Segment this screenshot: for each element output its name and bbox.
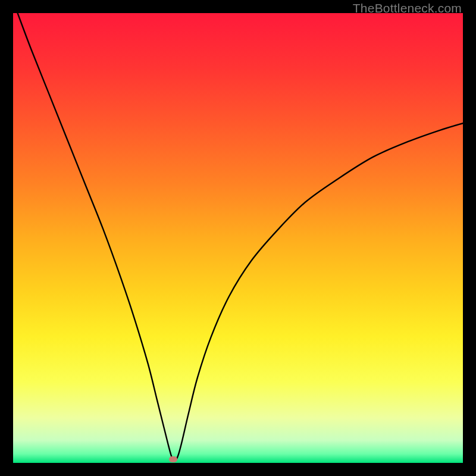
optimum-marker (169, 456, 177, 462)
watermark-text: TheBottleneck.com (353, 1, 462, 15)
chart-frame (13, 13, 463, 463)
plot-area (13, 13, 463, 463)
bottleneck-curve (13, 13, 463, 463)
